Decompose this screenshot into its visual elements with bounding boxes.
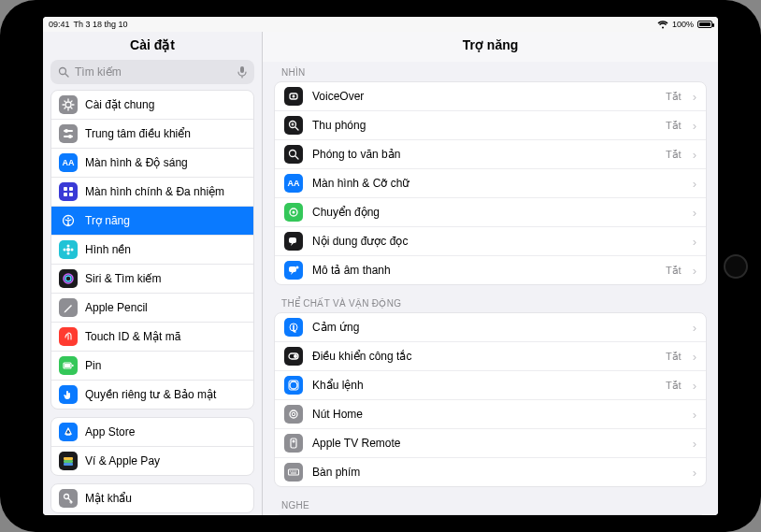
sidebar-item-home-screen[interactable]: Màn hình chính & Đa nhiệm [51,178,253,207]
adesc-icon [284,261,303,280]
search-field[interactable] [50,60,254,84]
detail-row-voiceover[interactable]: VoiceOverTắt› [275,82,706,111]
detail-row-switch[interactable]: Điều khiển công tắcTắt› [275,342,706,371]
svg-point-7 [68,135,72,138]
chevron-right-icon: › [691,437,696,451]
detail-row-zoom[interactable]: Thu phóngTắt› [275,111,706,140]
detail-row-label: Apple TV Remote [312,437,682,450]
sidebar-item-control-center[interactable]: Trung tâm điều khiển [51,120,253,149]
detail-row-label: Nội dung được đọc [312,235,682,248]
sidebar-item-passwords[interactable]: Mật khẩu [51,484,253,512]
detail-row-audio-desc[interactable]: Mô tả âm thanhTắt› [275,256,706,284]
sidebar-item-label: Touch ID & Mật mã [85,330,180,343]
chevron-right-icon: › [691,408,696,422]
chevron-right-icon: › [691,206,696,220]
mic-icon[interactable] [237,65,247,79]
ipad-frame: 09:41 Th 3 18 thg 10 100% Cài đặt [0,0,761,532]
battery-icon [697,21,712,28]
wallet-icon [59,452,78,470]
detail-row-voice-ctrl[interactable]: Khẩu lệnhTắt› [275,371,706,400]
detail-row-label: Điều khiển công tắc [312,350,656,363]
chevron-right-icon: › [691,177,696,191]
search-input[interactable] [75,65,232,79]
sidebar-item-label: Siri & Tìm kiếm [85,272,161,285]
sidebar-item-display[interactable]: AAMàn hình & Độ sáng [51,149,253,178]
detail-row-spoken[interactable]: Nội dung được đọc› [275,227,706,256]
vo-icon [284,87,303,106]
search-icon [58,66,69,78]
settings-sidebar: Cài đặt Cài đặt chungTrung tâm điều khiể… [43,32,263,515]
home-icon [284,405,303,424]
pencil-icon [59,298,78,317]
sidebar-item-label: Quyền riêng tư & Bảo mật [85,388,216,401]
detail-row-text-size[interactable]: AAMàn hình & Cỡ chữ› [275,169,706,198]
zoom-icon [284,116,303,135]
sidebar-item-accessibility[interactable]: Trợ năng [51,207,253,236]
detail-row-label: Khẩu lệnh [312,379,656,392]
detail-row-status: Tắt [666,149,682,161]
section-header: NGHE [274,487,707,514]
svg-rect-43 [293,413,295,416]
astore-icon [59,423,78,441]
voice-icon [284,376,303,395]
svg-point-39 [294,354,297,358]
sidebar-item-label: Hình nền [85,243,131,256]
svg-point-17 [64,249,66,252]
batt-icon [59,356,78,375]
sidebar-item-siri[interactable]: Siri & Tìm kiếm [51,265,253,294]
detail-row-home-button[interactable]: Nút Home› [275,400,706,429]
detail-row-tv-remote[interactable]: Apple TV Remote› [275,429,706,458]
detail-title: Trợ năng [263,32,718,62]
svg-point-45 [293,440,295,443]
sidebar-item-label: Ví & Apple Pay [85,454,160,467]
home-button-hardware[interactable] [724,254,748,279]
detail-row-label: Bàn phím [312,466,682,479]
chevron-right-icon: › [691,148,696,162]
svg-point-36 [296,266,299,269]
remote-icon [284,434,303,453]
switch-icon [284,347,303,366]
svg-point-29 [293,95,295,98]
svg-line-1 [65,74,68,77]
split-content: Cài đặt Cài đặt chungTrung tâm điều khiể… [43,32,718,515]
svg-point-16 [67,252,70,255]
finger-icon [59,327,78,346]
sidebar-item-label: Màn hình & Độ sáng [85,156,188,169]
svg-rect-23 [65,364,70,367]
svg-point-0 [60,68,66,75]
AA-icon: AA [284,174,303,193]
detail-row-keyboard[interactable]: Bàn phím› [275,458,706,486]
sidebar-item-appstore[interactable]: App Store [51,418,253,447]
detail-row-touch[interactable]: Cảm ứng› [275,313,706,342]
grid-icon [59,182,78,201]
sidebar-item-touchid[interactable]: Touch ID & Mật mã [51,323,253,352]
svg-point-15 [67,245,70,248]
sidebar-item-wallpaper[interactable]: Hình nền [51,236,253,265]
detail-row-label: Chuyển động [312,206,682,219]
detail-list[interactable]: NHÌNVoiceOverTắt›Thu phóngTắt›Phóng to v… [263,62,718,515]
sidebar-item-battery[interactable]: Pin [51,352,253,381]
chevron-right-icon: › [691,90,696,104]
sidebar-item-label: Màn hình chính & Đa nhiệm [85,185,224,198]
svg-rect-46 [289,469,299,475]
svg-point-42 [290,410,297,418]
detail-group: Cảm ứng›Điều khiển công tắcTắt›Khẩu lệnh… [274,312,707,487]
sidebar-item-wallet[interactable]: Ví & Apple Pay [51,447,253,475]
key-icon [59,489,78,508]
svg-point-3 [65,102,71,108]
sidebar-item-privacy[interactable]: Quyền riêng tư & Bảo mật [51,381,253,409]
screen: 09:41 Th 3 18 thg 10 100% Cài đặt [43,17,718,515]
detail-row-magnifier[interactable]: Phóng to văn bảnTắt› [275,140,706,169]
detail-group: VoiceOverTắt›Thu phóngTắt›Phóng to văn b… [274,81,707,285]
mag-icon [284,145,303,164]
svg-rect-11 [69,193,73,196]
detail-row-motion[interactable]: Chuyển động› [275,198,706,227]
kb-icon [284,463,303,482]
sidebar-item-pencil[interactable]: Apple Pencil [51,294,253,323]
detail-row-label: VoiceOver [312,90,656,103]
section-header: THỂ CHẤT VÀ VẬN ĐỘNG [274,285,707,312]
detail-row-status: Tắt [666,351,682,363]
detail-row-status: Tắt [666,265,682,277]
sidebar-list[interactable]: Cài đặt chungTrung tâm điều khiểnAAMàn h… [43,90,262,515]
sidebar-item-general[interactable]: Cài đặt chung [51,91,253,120]
